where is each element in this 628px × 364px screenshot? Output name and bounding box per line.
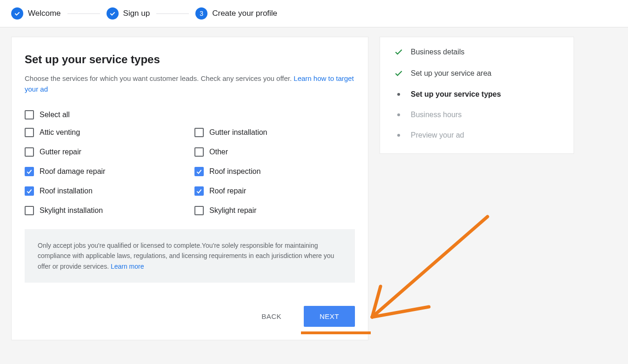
- service-label: Roof repair: [209, 187, 246, 195]
- disclaimer-text: Only accept jobs you're qualified or lic…: [38, 242, 334, 270]
- checkbox-icon: [25, 128, 34, 137]
- checkbox-icon: [25, 186, 34, 196]
- service-label: Roof inspection: [209, 167, 261, 176]
- check-icon: [107, 7, 119, 20]
- step-label: Create your profile: [212, 9, 277, 18]
- step-create-profile[interactable]: 3 Create your profile: [195, 7, 277, 20]
- page-description: Choose the services for which you want c…: [25, 73, 355, 94]
- service-checkbox[interactable]: Roof damage repair: [25, 167, 185, 176]
- step-welcome[interactable]: Welcome: [11, 7, 61, 20]
- service-label: Skylight installation: [40, 206, 103, 215]
- annotation-underline: [301, 331, 371, 334]
- sidebar-item-label: Preview your ad: [411, 131, 464, 139]
- action-row: BACK NEXT: [25, 306, 355, 327]
- sidebar-item[interactable]: Set up your service area: [394, 69, 560, 78]
- service-grid: Attic ventingGutter installationGutter r…: [25, 128, 355, 215]
- learn-more-link[interactable]: Learn more: [111, 263, 144, 270]
- sidebar-item[interactable]: Business hours: [394, 111, 560, 119]
- service-label: Attic venting: [40, 128, 80, 137]
- main-card: Set up your service types Choose the ser…: [11, 37, 368, 340]
- service-checkbox[interactable]: Gutter repair: [25, 147, 185, 157]
- service-checkbox[interactable]: Skylight repair: [194, 206, 355, 215]
- sidebar-list: Business detailsSet up your service area…: [394, 47, 560, 139]
- description-text: Choose the services for which you want c…: [25, 74, 294, 82]
- sidebar-item-label: Business hours: [411, 111, 461, 119]
- step-signup[interactable]: Sign up: [107, 7, 150, 20]
- sidebar-item-label: Set up your service area: [411, 69, 491, 78]
- sidebar-card: Business detailsSet up your service area…: [380, 37, 574, 154]
- checkbox-icon: [25, 147, 34, 157]
- bullet-icon: [397, 93, 400, 96]
- stepper: Welcome Sign up 3 Create your profile: [0, 0, 628, 27]
- service-label: Roof damage repair: [40, 167, 105, 176]
- sidebar-item[interactable]: Set up your service types: [394, 90, 560, 99]
- checkbox-icon: [194, 167, 204, 176]
- service-checkbox[interactable]: Roof repair: [194, 186, 355, 196]
- checkbox-icon: [194, 206, 204, 215]
- checkbox-icon: [194, 128, 204, 137]
- service-checkbox[interactable]: Roof inspection: [194, 167, 355, 176]
- service-checkbox[interactable]: Gutter installation: [194, 128, 355, 137]
- checkbox-icon: [25, 206, 34, 215]
- service-label: Gutter installation: [209, 128, 267, 137]
- svg-line-1: [372, 286, 381, 317]
- service-label: Skylight repair: [209, 206, 256, 215]
- step-number: 3: [195, 7, 207, 20]
- checkbox-icon: [25, 167, 34, 176]
- service-label: Other: [209, 148, 228, 156]
- checkbox-icon: [194, 186, 204, 196]
- back-button[interactable]: BACK: [258, 307, 285, 326]
- service-label: Roof installation: [40, 187, 93, 195]
- bullet-icon: [397, 134, 400, 137]
- sidebar-item[interactable]: Business details: [394, 47, 560, 57]
- service-checkbox[interactable]: Other: [194, 147, 355, 157]
- step-label: Sign up: [123, 9, 150, 18]
- service-checkbox[interactable]: Roof installation: [25, 186, 185, 196]
- sidebar-item-label: Set up your service types: [411, 90, 501, 99]
- checkbox-icon: [25, 110, 34, 119]
- check-icon: [394, 47, 403, 57]
- annotation-arrow-icon: [359, 214, 499, 335]
- step-connector: [156, 13, 189, 14]
- step-connector: [67, 13, 100, 14]
- step-label: Welcome: [28, 9, 61, 18]
- svg-line-0: [372, 217, 488, 317]
- svg-line-2: [372, 307, 429, 317]
- service-checkbox[interactable]: Attic venting: [25, 128, 185, 137]
- page-title: Set up your service types: [25, 53, 355, 66]
- disclaimer-box: Only accept jobs you're qualified or lic…: [25, 229, 355, 283]
- check-icon: [11, 7, 23, 20]
- check-icon: [394, 69, 403, 78]
- next-button[interactable]: NEXT: [304, 306, 355, 327]
- checkbox-icon: [194, 147, 204, 157]
- service-label: Gutter repair: [40, 148, 81, 156]
- service-checkbox[interactable]: Skylight installation: [25, 206, 185, 215]
- bullet-icon: [397, 113, 400, 116]
- select-all-label: Select all: [40, 111, 70, 119]
- select-all-checkbox[interactable]: Select all: [25, 110, 355, 119]
- sidebar-item-label: Business details: [411, 48, 465, 56]
- sidebar-item[interactable]: Preview your ad: [394, 131, 560, 139]
